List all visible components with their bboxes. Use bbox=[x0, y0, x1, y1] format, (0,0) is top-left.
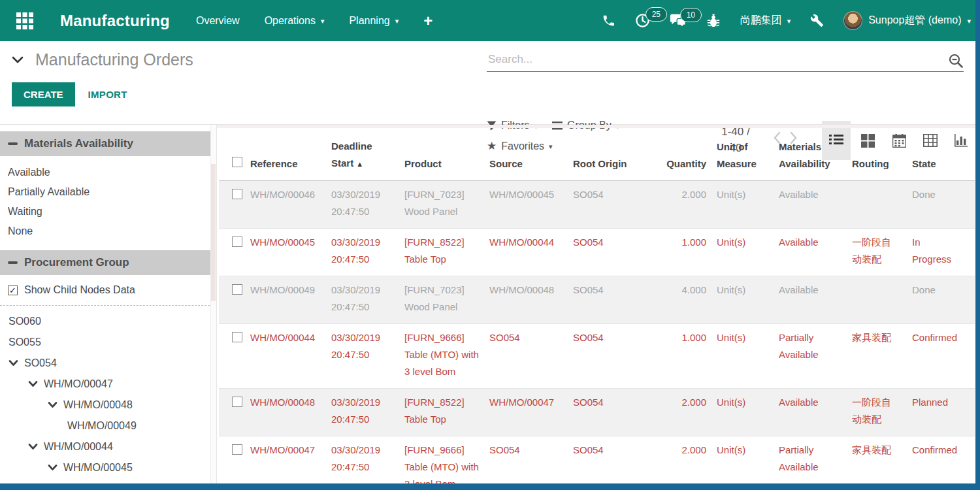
caret-down-icon: ▾ bbox=[967, 18, 971, 25]
show-child-nodes-checkbox[interactable]: ✓ bbox=[8, 286, 18, 295]
show-child-nodes-option[interactable]: ✓Show Child Nodes Data bbox=[0, 275, 216, 302]
row-checkbox[interactable] bbox=[232, 284, 242, 295]
table-header-row: ReferenceDeadline Start▲ProductSourceRoo… bbox=[219, 128, 975, 180]
menu-operations[interactable]: Operations▾ bbox=[265, 15, 325, 27]
activities-button[interactable]: 25 bbox=[635, 13, 650, 28]
tree-item-so060[interactable]: SO060 bbox=[0, 311, 216, 332]
order-row-wh-mo-00047[interactable]: WH/MO/0004703/30/2019 20:47:50[FURN_9666… bbox=[219, 436, 975, 490]
apps-menu-icon[interactable] bbox=[12, 8, 38, 34]
cell-deadline: 03/30/2019 20:47:50 bbox=[330, 323, 403, 388]
window-vertical-scrollbar[interactable] bbox=[975, 0, 980, 490]
wrench-icon bbox=[810, 14, 824, 27]
tree-expand-toggle[interactable] bbox=[48, 402, 57, 408]
window-horizontal-scrollbar[interactable] bbox=[0, 483, 980, 490]
filter-item-partially-available[interactable]: Partially Available bbox=[0, 182, 216, 202]
tree-item-so054[interactable]: SO054 bbox=[0, 353, 216, 374]
column-header-state[interactable]: State bbox=[911, 128, 975, 180]
cell-state: Confirmed bbox=[911, 436, 975, 490]
tree-item-wh-mo-00048[interactable]: WH/MO/00048 bbox=[0, 395, 216, 416]
row-checkbox[interactable] bbox=[232, 397, 242, 407]
cell-reference: WH/MO/00044 bbox=[249, 323, 330, 388]
sidebar-scrollbar[interactable] bbox=[210, 125, 216, 490]
cell-quantity: 2.000 bbox=[657, 180, 715, 228]
filter-item-available[interactable]: Available bbox=[0, 163, 216, 182]
order-row-wh-mo-00045[interactable]: WH/MO/0004503/30/2019 20:47:50[FURN_8522… bbox=[219, 228, 975, 276]
company-switcher[interactable]: 尚鹏集团 ▾ bbox=[740, 14, 791, 27]
cell-uom: Unit(s) bbox=[715, 276, 777, 323]
column-header-reference[interactable]: Reference bbox=[249, 128, 330, 180]
cell-routing: 一阶段自动装配 bbox=[851, 228, 911, 276]
order-row-wh-mo-00048[interactable]: WH/MO/0004803/30/2019 20:47:50[FURN_8522… bbox=[219, 388, 975, 436]
create-button[interactable]: CREATE bbox=[12, 82, 75, 106]
messages-button[interactable]: 10 bbox=[670, 14, 687, 28]
column-header-product[interactable]: Product bbox=[403, 128, 488, 180]
filter-item-none[interactable]: None bbox=[0, 221, 216, 241]
tree-expand-toggle[interactable] bbox=[8, 360, 18, 367]
settings-button[interactable] bbox=[810, 14, 824, 27]
cell-routing bbox=[851, 180, 911, 228]
user-avatar bbox=[843, 11, 862, 30]
row-checkbox[interactable] bbox=[232, 189, 242, 199]
tree-item-wh-mo-00045[interactable]: WH/MO/00045 bbox=[0, 457, 216, 478]
tree-item-wh-mo-00047[interactable]: WH/MO/00047 bbox=[0, 374, 216, 395]
tree-item-wh-mo-00044[interactable]: WH/MO/00044 bbox=[0, 436, 216, 457]
sort-asc-icon: ▲ bbox=[356, 160, 363, 168]
tree-item-so055[interactable]: SO055 bbox=[0, 332, 216, 353]
user-menu[interactable]: Sunpop超管 (demo) ▾ bbox=[843, 11, 971, 30]
cell-product: [FURN_9666] Table (MTO) with 3 level Bom bbox=[403, 436, 488, 490]
filter-item-waiting[interactable]: Waiting bbox=[0, 202, 216, 221]
caret-down-icon: ▾ bbox=[395, 18, 399, 25]
cell-source: SO054 bbox=[488, 323, 572, 388]
grid-icon bbox=[16, 12, 33, 29]
cell-root_origin: SO054 bbox=[572, 323, 657, 388]
menu-overview[interactable]: Overview bbox=[196, 15, 240, 27]
row-checkbox[interactable] bbox=[232, 332, 242, 342]
collapse-minus-icon bbox=[8, 261, 18, 264]
row-checkbox[interactable] bbox=[232, 444, 242, 455]
cell-availability: Available bbox=[777, 276, 851, 323]
column-header-routing[interactable]: Routing bbox=[851, 128, 911, 180]
order-row-wh-mo-00049[interactable]: WH/MO/0004903/30/2019 20:47:50[FURN_7023… bbox=[219, 276, 975, 323]
top-navbar: Manufacturing OverviewOperations▾Plannin… bbox=[0, 0, 980, 41]
column-header-materials-availability[interactable]: Materials Availability bbox=[777, 128, 851, 180]
divider bbox=[0, 305, 216, 306]
column-header-unit-of-measure[interactable]: Unit of Measure bbox=[715, 128, 777, 180]
debug-button[interactable] bbox=[706, 14, 721, 28]
column-header-root-origin[interactable]: Root Origin bbox=[572, 128, 657, 180]
order-row-wh-mo-00044[interactable]: WH/MO/0004403/30/2019 20:47:50[FURN_9666… bbox=[219, 323, 975, 388]
caret-down-icon: ▾ bbox=[787, 18, 791, 25]
select-all-checkbox[interactable] bbox=[232, 157, 242, 167]
column-header-deadline-start[interactable]: Deadline Start▲ bbox=[330, 128, 403, 180]
page-title: Manufacturing Orders bbox=[35, 50, 193, 69]
column-header-quantity[interactable]: Quantity bbox=[657, 128, 715, 180]
section-header-materials-availability[interactable]: Materials Availability bbox=[0, 131, 216, 156]
manufacturing-orders-table: ReferenceDeadline Start▲ProductSourceRoo… bbox=[219, 128, 975, 490]
message-count-badge[interactable]: 10 bbox=[680, 8, 702, 22]
activity-count-badge[interactable]: 25 bbox=[645, 7, 667, 22]
cell-availability: Available bbox=[777, 180, 851, 228]
menu-planning[interactable]: Planning▾ bbox=[349, 15, 399, 27]
quick-create-button[interactable]: + bbox=[423, 12, 433, 30]
chevron-down-icon[interactable] bbox=[12, 56, 24, 64]
order-row-wh-mo-00046[interactable]: WH/MO/0004603/30/2019 20:47:50[FURN_7023… bbox=[219, 180, 975, 228]
cell-deadline: 03/30/2019 20:47:50 bbox=[330, 276, 403, 323]
tree-expand-toggle[interactable] bbox=[28, 381, 38, 387]
cell-state: Confirmed bbox=[911, 323, 975, 388]
tree-expand-toggle[interactable] bbox=[48, 465, 57, 471]
column-header-source[interactable]: Source bbox=[488, 128, 572, 180]
cell-deadline: 03/30/2019 20:47:50 bbox=[330, 388, 403, 436]
search-input[interactable] bbox=[487, 49, 964, 72]
bug-icon bbox=[706, 14, 721, 28]
import-button[interactable]: IMPORT bbox=[88, 89, 127, 100]
cell-source: WH/MO/00048 bbox=[488, 276, 572, 323]
tree-item-wh-mo-00049[interactable]: WH/MO/00049 bbox=[0, 416, 216, 436]
cell-routing: 一阶段自动装配 bbox=[851, 388, 911, 436]
search-bar bbox=[487, 49, 964, 72]
search-magnifier-icon[interactable] bbox=[948, 53, 964, 69]
voip-phone-button[interactable] bbox=[602, 14, 615, 27]
tree-expand-toggle[interactable] bbox=[28, 444, 38, 450]
procurement-group-tree: SO060SO055SO054WH/MO/00047WH/MO/00048WH/… bbox=[0, 311, 216, 481]
cell-source: WH/MO/00044 bbox=[488, 228, 572, 276]
row-checkbox[interactable] bbox=[232, 237, 242, 247]
section-header-procurement-group[interactable]: Procurement Group bbox=[0, 250, 216, 275]
